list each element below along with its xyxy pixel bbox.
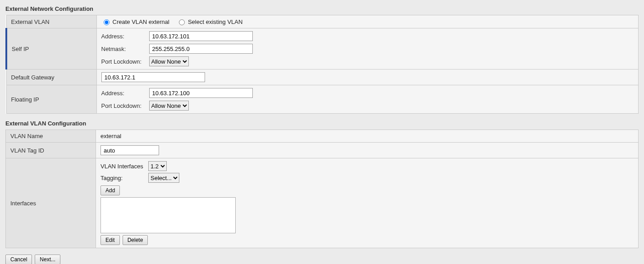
tagging-label: Tagging:	[100, 175, 146, 181]
self-ip-portlockdown-select[interactable]: Allow None	[149, 56, 189, 66]
ext-vlan-table: VLAN Name external VLAN Tag ID Interface…	[5, 130, 639, 248]
vlan-name-label: VLAN Name	[6, 130, 96, 143]
self-ip-portlockdown-label: Port Lockdown:	[101, 58, 146, 65]
floating-ip-address-label: Address:	[101, 90, 146, 97]
select-existing-vlan-radio[interactable]	[179, 19, 185, 25]
create-vlan-option[interactable]: Create VLAN external	[101, 18, 169, 25]
interfaces-listbox[interactable]	[100, 197, 236, 233]
vlan-interfaces-select[interactable]: 1.2	[148, 161, 167, 171]
self-ip-address-input[interactable]	[149, 31, 253, 41]
vlan-interfaces-label: VLAN Interfaces	[100, 163, 146, 170]
external-vlan-label: External VLAN	[6, 15, 96, 28]
floating-ip-address-input[interactable]	[149, 88, 253, 98]
edit-button[interactable]: Edit	[100, 235, 120, 245]
create-vlan-label: Create VLAN external	[113, 19, 169, 25]
ext-net-table: External VLAN Create VLAN external Selec…	[5, 15, 639, 114]
default-gateway-input[interactable]	[101, 72, 205, 82]
add-button[interactable]: Add	[100, 185, 120, 195]
self-ip-netmask-input[interactable]	[149, 44, 253, 54]
self-ip-address-label: Address:	[101, 33, 146, 40]
floating-ip-portlockdown-label: Port Lockdown:	[101, 102, 146, 109]
section-title-ext-net: External Network Configuration	[5, 5, 639, 12]
vlan-name-value: external	[96, 130, 639, 143]
select-existing-vlan-option[interactable]: Select existing VLAN	[177, 18, 242, 25]
create-vlan-radio[interactable]	[104, 19, 110, 25]
section-title-ext-vlan: External VLAN Configuration	[5, 120, 639, 127]
self-ip-label: Self IP	[6, 28, 96, 69]
default-gateway-label: Default Gateway	[6, 69, 96, 85]
vlan-tag-id-input[interactable]	[100, 145, 159, 155]
interfaces-label: Interfaces	[6, 158, 96, 248]
delete-button[interactable]: Delete	[123, 235, 148, 245]
select-existing-vlan-label: Select existing VLAN	[188, 19, 242, 25]
cancel-button[interactable]: Cancel	[5, 255, 32, 264]
next-button[interactable]: Next...	[35, 255, 60, 264]
floating-ip-label: Floating IP	[6, 85, 96, 114]
floating-ip-portlockdown-select[interactable]: Allow None	[149, 101, 189, 111]
vlan-tag-id-label: VLAN Tag ID	[6, 143, 96, 158]
tagging-select[interactable]: Select...	[148, 173, 179, 183]
self-ip-netmask-label: Netmask:	[101, 46, 146, 52]
